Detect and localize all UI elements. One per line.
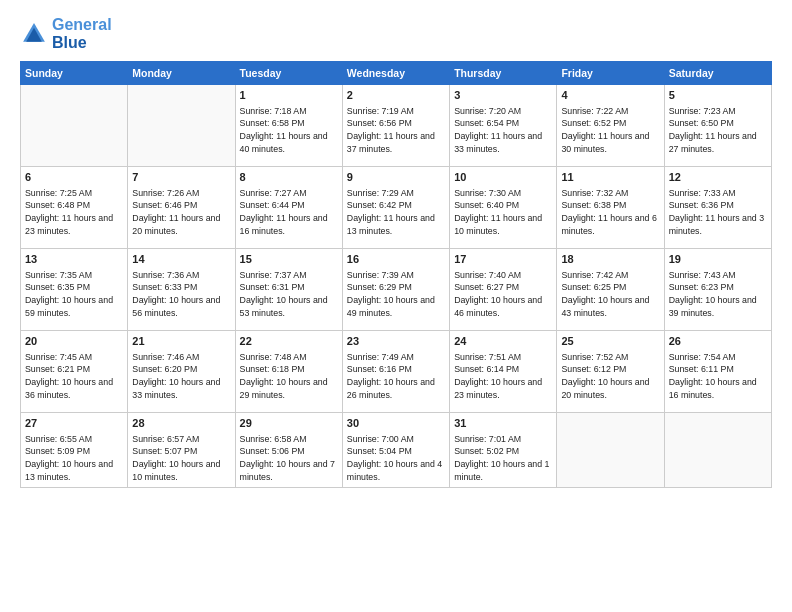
calendar-cell: [128, 85, 235, 167]
day-content: Sunrise: 7:22 AM Sunset: 6:52 PM Dayligh…: [561, 105, 659, 156]
calendar-cell: 21Sunrise: 7:46 AM Sunset: 6:20 PM Dayli…: [128, 331, 235, 413]
col-thursday: Thursday: [450, 62, 557, 85]
day-number: 24: [454, 334, 552, 349]
calendar-cell: 3Sunrise: 7:20 AM Sunset: 6:54 PM Daylig…: [450, 85, 557, 167]
calendar-cell: 24Sunrise: 7:51 AM Sunset: 6:14 PM Dayli…: [450, 331, 557, 413]
calendar-cell: 18Sunrise: 7:42 AM Sunset: 6:25 PM Dayli…: [557, 249, 664, 331]
day-content: Sunrise: 7:37 AM Sunset: 6:31 PM Dayligh…: [240, 269, 338, 320]
day-content: Sunrise: 7:00 AM Sunset: 5:04 PM Dayligh…: [347, 433, 445, 484]
logo: General Blue: [20, 16, 112, 51]
calendar-cell: 6Sunrise: 7:25 AM Sunset: 6:48 PM Daylig…: [21, 167, 128, 249]
day-content: Sunrise: 7:01 AM Sunset: 5:02 PM Dayligh…: [454, 433, 552, 484]
day-number: 30: [347, 416, 445, 431]
day-content: Sunrise: 7:23 AM Sunset: 6:50 PM Dayligh…: [669, 105, 767, 156]
calendar-cell: 4Sunrise: 7:22 AM Sunset: 6:52 PM Daylig…: [557, 85, 664, 167]
col-monday: Monday: [128, 62, 235, 85]
day-number: 22: [240, 334, 338, 349]
day-number: 5: [669, 88, 767, 103]
calendar-cell: 20Sunrise: 7:45 AM Sunset: 6:21 PM Dayli…: [21, 331, 128, 413]
day-number: 28: [132, 416, 230, 431]
calendar-table: Sunday Monday Tuesday Wednesday Thursday…: [20, 61, 772, 487]
day-number: 3: [454, 88, 552, 103]
day-number: 19: [669, 252, 767, 267]
day-number: 25: [561, 334, 659, 349]
calendar-cell: 7Sunrise: 7:26 AM Sunset: 6:46 PM Daylig…: [128, 167, 235, 249]
col-saturday: Saturday: [664, 62, 771, 85]
day-content: Sunrise: 7:46 AM Sunset: 6:20 PM Dayligh…: [132, 351, 230, 402]
day-number: 27: [25, 416, 123, 431]
calendar-cell: 8Sunrise: 7:27 AM Sunset: 6:44 PM Daylig…: [235, 167, 342, 249]
day-number: 29: [240, 416, 338, 431]
calendar-cell: [557, 413, 664, 487]
calendar-cell: 1Sunrise: 7:18 AM Sunset: 6:58 PM Daylig…: [235, 85, 342, 167]
calendar-cell: 31Sunrise: 7:01 AM Sunset: 5:02 PM Dayli…: [450, 413, 557, 487]
day-number: 21: [132, 334, 230, 349]
calendar-cell: 10Sunrise: 7:30 AM Sunset: 6:40 PM Dayli…: [450, 167, 557, 249]
day-number: 15: [240, 252, 338, 267]
day-number: 16: [347, 252, 445, 267]
calendar-cell: 13Sunrise: 7:35 AM Sunset: 6:35 PM Dayli…: [21, 249, 128, 331]
day-content: Sunrise: 7:25 AM Sunset: 6:48 PM Dayligh…: [25, 187, 123, 238]
day-number: 4: [561, 88, 659, 103]
day-content: Sunrise: 7:36 AM Sunset: 6:33 PM Dayligh…: [132, 269, 230, 320]
day-content: Sunrise: 7:45 AM Sunset: 6:21 PM Dayligh…: [25, 351, 123, 402]
calendar-body: 1Sunrise: 7:18 AM Sunset: 6:58 PM Daylig…: [21, 85, 772, 487]
calendar-cell: 23Sunrise: 7:49 AM Sunset: 6:16 PM Dayli…: [342, 331, 449, 413]
day-content: Sunrise: 7:40 AM Sunset: 6:27 PM Dayligh…: [454, 269, 552, 320]
day-content: Sunrise: 7:49 AM Sunset: 6:16 PM Dayligh…: [347, 351, 445, 402]
day-number: 11: [561, 170, 659, 185]
day-number: 1: [240, 88, 338, 103]
day-content: Sunrise: 7:29 AM Sunset: 6:42 PM Dayligh…: [347, 187, 445, 238]
calendar-cell: 19Sunrise: 7:43 AM Sunset: 6:23 PM Dayli…: [664, 249, 771, 331]
day-number: 17: [454, 252, 552, 267]
calendar-cell: 29Sunrise: 6:58 AM Sunset: 5:06 PM Dayli…: [235, 413, 342, 487]
day-content: Sunrise: 6:57 AM Sunset: 5:07 PM Dayligh…: [132, 433, 230, 484]
calendar-cell: 25Sunrise: 7:52 AM Sunset: 6:12 PM Dayli…: [557, 331, 664, 413]
day-number: 18: [561, 252, 659, 267]
day-content: Sunrise: 7:19 AM Sunset: 6:56 PM Dayligh…: [347, 105, 445, 156]
day-content: Sunrise: 7:30 AM Sunset: 6:40 PM Dayligh…: [454, 187, 552, 238]
calendar-cell: 28Sunrise: 6:57 AM Sunset: 5:07 PM Dayli…: [128, 413, 235, 487]
day-content: Sunrise: 7:43 AM Sunset: 6:23 PM Dayligh…: [669, 269, 767, 320]
day-content: Sunrise: 7:52 AM Sunset: 6:12 PM Dayligh…: [561, 351, 659, 402]
day-content: Sunrise: 7:26 AM Sunset: 6:46 PM Dayligh…: [132, 187, 230, 238]
col-wednesday: Wednesday: [342, 62, 449, 85]
day-number: 9: [347, 170, 445, 185]
day-content: Sunrise: 6:55 AM Sunset: 5:09 PM Dayligh…: [25, 433, 123, 484]
day-content: Sunrise: 7:35 AM Sunset: 6:35 PM Dayligh…: [25, 269, 123, 320]
calendar-cell: 9Sunrise: 7:29 AM Sunset: 6:42 PM Daylig…: [342, 167, 449, 249]
logo-text: General Blue: [52, 16, 112, 51]
calendar-cell: 2Sunrise: 7:19 AM Sunset: 6:56 PM Daylig…: [342, 85, 449, 167]
day-content: Sunrise: 7:32 AM Sunset: 6:38 PM Dayligh…: [561, 187, 659, 238]
day-content: Sunrise: 7:33 AM Sunset: 6:36 PM Dayligh…: [669, 187, 767, 238]
day-number: 10: [454, 170, 552, 185]
calendar-cell: 15Sunrise: 7:37 AM Sunset: 6:31 PM Dayli…: [235, 249, 342, 331]
col-friday: Friday: [557, 62, 664, 85]
day-content: Sunrise: 7:18 AM Sunset: 6:58 PM Dayligh…: [240, 105, 338, 156]
calendar-cell: 27Sunrise: 6:55 AM Sunset: 5:09 PM Dayli…: [21, 413, 128, 487]
day-number: 8: [240, 170, 338, 185]
day-number: 7: [132, 170, 230, 185]
calendar-cell: 12Sunrise: 7:33 AM Sunset: 6:36 PM Dayli…: [664, 167, 771, 249]
calendar-cell: 5Sunrise: 7:23 AM Sunset: 6:50 PM Daylig…: [664, 85, 771, 167]
day-content: Sunrise: 6:58 AM Sunset: 5:06 PM Dayligh…: [240, 433, 338, 484]
calendar-cell: 14Sunrise: 7:36 AM Sunset: 6:33 PM Dayli…: [128, 249, 235, 331]
col-sunday: Sunday: [21, 62, 128, 85]
day-content: Sunrise: 7:42 AM Sunset: 6:25 PM Dayligh…: [561, 269, 659, 320]
header: General Blue: [20, 16, 772, 51]
day-content: Sunrise: 7:27 AM Sunset: 6:44 PM Dayligh…: [240, 187, 338, 238]
calendar-cell: [664, 413, 771, 487]
calendar-cell: 17Sunrise: 7:40 AM Sunset: 6:27 PM Dayli…: [450, 249, 557, 331]
day-number: 26: [669, 334, 767, 349]
calendar-cell: [21, 85, 128, 167]
logo-icon: [20, 20, 48, 48]
day-number: 2: [347, 88, 445, 103]
calendar-cell: 22Sunrise: 7:48 AM Sunset: 6:18 PM Dayli…: [235, 331, 342, 413]
page: General Blue Sunday Monday Tuesday Wedne…: [0, 0, 792, 612]
day-content: Sunrise: 7:20 AM Sunset: 6:54 PM Dayligh…: [454, 105, 552, 156]
day-number: 20: [25, 334, 123, 349]
day-number: 12: [669, 170, 767, 185]
calendar-cell: 26Sunrise: 7:54 AM Sunset: 6:11 PM Dayli…: [664, 331, 771, 413]
day-content: Sunrise: 7:39 AM Sunset: 6:29 PM Dayligh…: [347, 269, 445, 320]
day-content: Sunrise: 7:48 AM Sunset: 6:18 PM Dayligh…: [240, 351, 338, 402]
